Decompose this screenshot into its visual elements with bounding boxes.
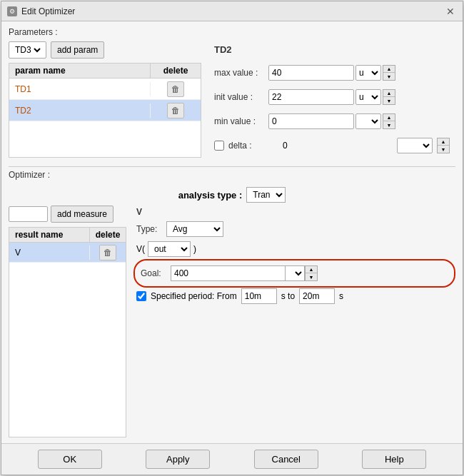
params-table-header: param name delete bbox=[9, 64, 201, 79]
param-select[interactable]: TD3 bbox=[12, 44, 43, 56]
close-button[interactable]: ✕ bbox=[444, 5, 457, 18]
optimizer-left-panel: add measure result name delete V 🗑 bbox=[9, 206, 126, 437]
init-value-input-group: u ▲ ▼ bbox=[268, 89, 395, 105]
init-value-spin-up[interactable]: ▲ bbox=[383, 90, 395, 97]
max-value-spinner: ▲ ▼ bbox=[383, 65, 395, 81]
init-unit-select[interactable]: u bbox=[355, 89, 381, 105]
init-value-input[interactable] bbox=[268, 89, 354, 105]
ok-button[interactable]: OK bbox=[38, 450, 102, 469]
delta-spin-down[interactable]: ▼ bbox=[438, 146, 449, 153]
init-value-spin-down[interactable]: ▼ bbox=[383, 97, 395, 104]
params-left-panel: TD3 add param param name delete TD1 🗑 bbox=[9, 41, 201, 158]
param-delete-td2-cell: 🗑 bbox=[151, 103, 201, 118]
delta-spinner: ▲ ▼ bbox=[437, 138, 450, 153]
min-unit-select[interactable] bbox=[355, 113, 381, 129]
period-unit-label: s bbox=[339, 291, 343, 301]
analysis-type-bar: analysis type : Tran bbox=[9, 184, 455, 206]
param-delete-td1-cell: 🗑 bbox=[151, 81, 201, 97]
main-content: Parameters : TD3 add param param name de… bbox=[1, 21, 463, 443]
result-row-v[interactable]: V 🗑 bbox=[9, 243, 126, 263]
param-row-td2[interactable]: TD2 🗑 bbox=[9, 100, 201, 121]
goal-dropdown[interactable] bbox=[285, 265, 305, 281]
min-value-spin-down[interactable]: ▼ bbox=[383, 121, 395, 128]
min-value-spin-up[interactable]: ▲ bbox=[383, 114, 395, 121]
delete-td2-button[interactable]: 🗑 bbox=[167, 103, 184, 118]
result-table-header: result name delete bbox=[9, 228, 126, 243]
goal-spinner: ▲ ▼ bbox=[305, 265, 318, 281]
td2-title: TD2 bbox=[214, 44, 450, 55]
min-value-input[interactable] bbox=[268, 113, 354, 129]
period-s-label: s to bbox=[281, 291, 295, 301]
delete-v-button[interactable]: 🗑 bbox=[99, 245, 116, 260]
param-name-td2: TD2 bbox=[9, 103, 151, 118]
period-to-input[interactable] bbox=[299, 288, 335, 304]
max-value-row: max value : u ▲ ▼ bbox=[214, 64, 450, 82]
window-icon: ⚙ bbox=[7, 6, 17, 16]
v-type-select[interactable]: Avg bbox=[166, 221, 223, 237]
max-value-input-group: u ▲ ▼ bbox=[268, 65, 395, 81]
analysis-type-select[interactable]: Tran bbox=[246, 187, 286, 203]
result-delete-v-cell: 🗑 bbox=[90, 245, 126, 260]
max-value-label: max value : bbox=[214, 68, 264, 78]
v-call-suffix: ) bbox=[193, 244, 196, 254]
delete-td1-button[interactable]: 🗑 bbox=[167, 81, 184, 97]
params-toolbar: TD3 add param bbox=[9, 41, 201, 59]
max-value-spin-down[interactable]: ▼ bbox=[383, 73, 395, 80]
td2-config-panel: TD2 max value : u ▲ ▼ bbox=[208, 41, 455, 158]
col-result-name-header: result name bbox=[9, 228, 90, 242]
analysis-type-label: analysis type : bbox=[178, 190, 243, 201]
delta-unit-select[interactable] bbox=[397, 138, 433, 153]
col-result-delete-header: delete bbox=[90, 228, 126, 242]
min-value-input-group: ▲ ▼ bbox=[268, 113, 395, 129]
optimizer-content: add measure result name delete V 🗑 bbox=[9, 206, 455, 437]
result-table: result name delete V 🗑 bbox=[9, 227, 126, 437]
period-from-input[interactable] bbox=[241, 288, 277, 304]
v-type-label: Type: bbox=[136, 224, 162, 234]
v-call-arg-select[interactable]: out bbox=[148, 241, 191, 257]
col-param-name-header: param name bbox=[9, 64, 151, 78]
v-type-row: Type: Avg bbox=[136, 221, 453, 237]
cancel-button[interactable]: Cancel bbox=[254, 450, 318, 469]
add-measure-button[interactable]: add measure bbox=[51, 206, 114, 223]
delta-spin-up[interactable]: ▲ bbox=[438, 138, 449, 146]
init-value-spinner: ▲ ▼ bbox=[383, 89, 395, 105]
help-button[interactable]: Help bbox=[362, 450, 426, 469]
delta-row: delta : 0 ▲ ▼ bbox=[214, 136, 450, 155]
bottom-buttons: OK Apply Cancel Help bbox=[1, 443, 463, 475]
init-value-row: init value : u ▲ ▼ bbox=[214, 88, 450, 106]
parameters-area: TD3 add param param name delete TD1 🗑 bbox=[9, 41, 455, 158]
delta-value: 0 bbox=[283, 141, 288, 151]
params-table: param name delete TD1 🗑 TD2 🗑 bbox=[9, 63, 201, 158]
v-title: V bbox=[136, 207, 453, 217]
apply-button[interactable]: Apply bbox=[146, 450, 210, 469]
param-row-td1[interactable]: TD1 🗑 bbox=[9, 79, 201, 100]
goal-input-wrap: ▲ ▼ bbox=[171, 265, 318, 281]
param-name-td1: TD1 bbox=[9, 82, 151, 96]
max-value-input[interactable] bbox=[268, 65, 354, 81]
parameters-label: Parameters : bbox=[9, 27, 455, 37]
period-checkbox[interactable] bbox=[136, 291, 146, 301]
goal-spin-up[interactable]: ▲ bbox=[306, 266, 317, 273]
edit-optimizer-window: ⚙ Edit Optimizer ✕ Parameters : TD3 add … bbox=[1, 1, 463, 475]
goal-spin-down[interactable]: ▼ bbox=[306, 273, 317, 280]
max-value-spin-up[interactable]: ▲ bbox=[383, 66, 395, 73]
delta-label: delta : bbox=[228, 141, 278, 151]
init-value-label: init value : bbox=[214, 92, 264, 102]
title-bar-left: ⚙ Edit Optimizer bbox=[7, 6, 75, 16]
title-bar: ⚙ Edit Optimizer ✕ bbox=[1, 1, 463, 21]
col-delete-header: delete bbox=[151, 64, 201, 78]
max-unit-select[interactable]: u bbox=[355, 65, 381, 81]
measure-input[interactable] bbox=[9, 206, 48, 222]
section-divider bbox=[9, 166, 455, 167]
goal-row-container: Goal: ▲ ▼ bbox=[136, 263, 453, 284]
v-config-panel: V Type: Avg V( out ) G bbox=[133, 206, 455, 437]
v-call-row: V( out ) bbox=[136, 241, 453, 257]
add-param-button[interactable]: add param bbox=[51, 41, 104, 59]
goal-row: Goal: ▲ ▼ bbox=[136, 263, 453, 284]
optimizer-label: Optimizer : bbox=[9, 170, 455, 180]
window-title: Edit Optimizer bbox=[21, 6, 75, 16]
goal-input[interactable] bbox=[171, 265, 285, 281]
period-label: Specified period: From bbox=[151, 291, 237, 301]
delta-checkbox[interactable] bbox=[214, 141, 224, 151]
param-dropdown[interactable]: TD3 bbox=[9, 41, 46, 59]
